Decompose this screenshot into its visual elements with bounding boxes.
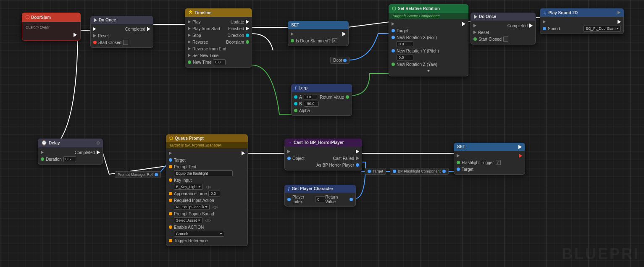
timeline-newtime-pin bbox=[188, 60, 191, 64]
delay-completed-out bbox=[97, 150, 100, 154]
timeline-title: Timeline bbox=[195, 10, 211, 15]
set-rel-rot-rotx-row: New Rotation X (Roll) bbox=[389, 34, 468, 41]
doorslam-title: DoorSlam bbox=[31, 15, 51, 20]
timeline-stop-row: Stop Direction bbox=[185, 32, 252, 39]
set-top-node: SET Is Door Slammed? ✓ bbox=[288, 21, 349, 46]
timeline-newtime-input[interactable] bbox=[213, 59, 226, 65]
do-once-right-startclosed-check[interactable] bbox=[503, 37, 508, 42]
timeline-newtime-row: New Time bbox=[185, 59, 252, 65]
queue-prompt-header: ⬡ Queue Prompt bbox=[166, 134, 248, 142]
queue-prompt-appearance-input[interactable] bbox=[208, 191, 220, 196]
set-bottom-target-row: Target bbox=[454, 166, 525, 173]
timeline-play-in bbox=[188, 20, 191, 24]
lerp-a-input[interactable] bbox=[304, 94, 317, 100]
timeline-header: ⏱ Timeline bbox=[185, 8, 252, 17]
cast-as-pin bbox=[356, 163, 359, 167]
play-sound-exec-in bbox=[543, 20, 546, 24]
lerp-node: ƒ Lerp A Return Value B bbox=[291, 84, 352, 116]
queue-prompt-keyinput-dropdown[interactable]: E_Key_Light bbox=[174, 184, 203, 190]
lerp-return-pin bbox=[346, 95, 349, 99]
get-player-character-node: ƒ Get Player Character Player Index Retu… bbox=[284, 185, 356, 207]
set-bottom-flashlight-check[interactable]: ✓ bbox=[496, 160, 501, 165]
lerp-title: Lerp bbox=[299, 86, 308, 90]
queue-prompt-body: Target Prompt Text Key Input bbox=[166, 148, 248, 246]
queue-prompt-enableaction-dropdown[interactable]: Crouch bbox=[174, 231, 224, 237]
bp-flashlight-right-pin bbox=[442, 170, 446, 173]
play-sound-sound-row: Sound SQ_Ft_DoorSlam bbox=[540, 25, 623, 32]
play-sound-sound-dropdown[interactable]: SQ_Ft_DoorSlam bbox=[584, 26, 621, 31]
timeline-direction-out bbox=[246, 34, 249, 37]
cast-object-pin bbox=[287, 157, 291, 160]
queue-prompt-reqinput-chevron bbox=[205, 206, 208, 208]
timeline-update-out bbox=[246, 20, 249, 24]
queue-prompt-appearance-row: Appearance Time bbox=[166, 190, 247, 197]
set-top-isdoor-pin bbox=[291, 39, 294, 42]
do-once-right-body: Completed Reset Start Closed bbox=[471, 21, 536, 44]
do-once-right-title: Do Once bbox=[479, 14, 496, 19]
do-once-right-reset-row: Reset bbox=[471, 29, 535, 36]
set-bottom-target-pin bbox=[457, 168, 460, 171]
set-rel-rot-header: ⬡ Set Relative Rotation bbox=[389, 4, 468, 13]
set-rel-rot-rotx-input[interactable] bbox=[397, 41, 413, 47]
target-mid-left-pin bbox=[368, 170, 371, 173]
lerp-alpha-row: Alpha bbox=[292, 107, 352, 114]
doorslam-exec-out bbox=[74, 33, 77, 37]
queue-prompt-node: ⬡ Queue Prompt Target is BP_Prompt_Manag… bbox=[166, 134, 248, 246]
set-rel-rot-rotz-row: New Rotation Z (Yaw) bbox=[389, 61, 468, 68]
get-player-index-input[interactable] bbox=[315, 196, 325, 202]
set-rel-rot-expand-icon[interactable] bbox=[427, 70, 430, 72]
queue-prompt-prompttext-input[interactable] bbox=[174, 170, 233, 176]
prompt-manager-ref-label: Prompt Manager Ref bbox=[115, 171, 161, 178]
prompt-manager-ref-pin bbox=[155, 173, 158, 176]
do-once-left-header: Do Once bbox=[90, 16, 153, 24]
do-once-left-body: Completed Reset Start Closed bbox=[90, 24, 153, 48]
set-top-exec-out bbox=[342, 32, 346, 36]
set-relative-rotation-node: ⬡ Set Relative Rotation Target is Scene … bbox=[389, 4, 468, 76]
cast-as-row: As BP Horror Player bbox=[285, 162, 362, 168]
set-rel-rot-rotz-pin bbox=[392, 63, 395, 66]
do-once-left-reset-row: Reset bbox=[91, 32, 153, 39]
do-once-left-startclosed-check[interactable] bbox=[123, 40, 128, 45]
queue-prompt-keyinput-icons: ◁▷ bbox=[205, 185, 211, 189]
queue-prompt-triggerref-row: Trigger Reference bbox=[166, 237, 247, 244]
lerp-b-input[interactable] bbox=[304, 101, 319, 107]
timeline-reverse-row: Reverse Doorslam bbox=[185, 39, 252, 45]
set-bottom-title: SET bbox=[457, 144, 465, 149]
set-rel-rot-target-row: Target bbox=[389, 27, 468, 34]
queue-prompt-reqinput-pin bbox=[169, 199, 172, 202]
timeline-doorslam-out bbox=[246, 40, 249, 44]
set-rel-rot-title: Set Relative Rotation bbox=[398, 6, 440, 11]
queue-prompt-popupsound-dropdown[interactable]: Select Asset bbox=[174, 217, 202, 223]
delay-node: ⌚ Delay ⊙ Completed Duration bbox=[38, 139, 103, 165]
set-rel-rot-expand-row bbox=[389, 68, 468, 74]
lerp-header: ƒ Lerp bbox=[291, 84, 352, 92]
set-rel-rot-roty-input[interactable] bbox=[397, 55, 413, 60]
set-top-exec-in bbox=[291, 32, 294, 36]
play-sound-dropdown-chevron bbox=[616, 28, 619, 29]
set-rel-rot-rotx-val-row bbox=[389, 41, 468, 47]
cast-title: Cast To BP_HorrorPlayer bbox=[294, 140, 344, 145]
timeline-node: ⏱ Timeline Play Update Play from Start bbox=[185, 8, 252, 68]
queue-prompt-reqinput-dropdown[interactable]: IA_EquipFlashlik bbox=[174, 204, 210, 210]
bp-flashlight-component-label: BP Flashlight Component bbox=[390, 168, 449, 175]
set-bottom-exec-in bbox=[457, 154, 460, 157]
delay-exec-row: Completed bbox=[38, 149, 103, 156]
set-top-body: Is Door Slammed? ✓ bbox=[288, 29, 349, 46]
timeline-reversefromend-in bbox=[188, 47, 191, 50]
set-top-isdoor-check[interactable]: ✓ bbox=[332, 38, 337, 43]
set-rel-rot-exec-in bbox=[392, 22, 394, 26]
timeline-playfromstart-row: Play from Start Finished bbox=[185, 25, 252, 32]
delay-duration-row: Duration bbox=[38, 156, 103, 162]
cast-exec-in bbox=[287, 150, 290, 153]
delay-collapse-icon[interactable]: ⊙ bbox=[96, 141, 100, 145]
queue-prompt-reqinput-icons: ◁▷ bbox=[212, 205, 218, 209]
delay-duration-input[interactable] bbox=[63, 156, 76, 162]
bp-flashlight-left-pin bbox=[393, 170, 396, 173]
queue-prompt-popupsound-icons: ◁▷ bbox=[205, 218, 211, 222]
doorslam-subtitle: Custom Event bbox=[26, 25, 50, 29]
cast-object-row: Object Cast Failed bbox=[285, 155, 362, 162]
do-once-left-reset-in bbox=[93, 34, 96, 37]
lerp-a-row: A Return Value bbox=[292, 94, 352, 100]
queue-prompt-triggerref-pin bbox=[169, 239, 172, 242]
play-sound-2d-node: ♫ Play Sound 2D Sound bbox=[540, 8, 624, 34]
